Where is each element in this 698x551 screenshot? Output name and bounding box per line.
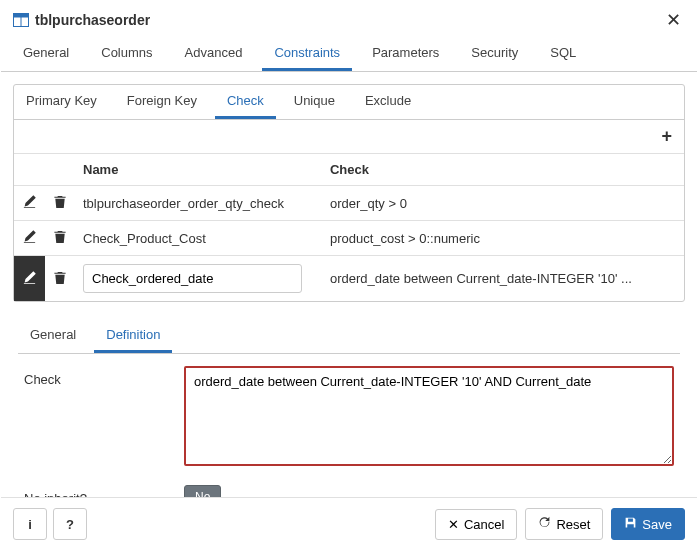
info-icon: i — [28, 517, 32, 532]
check-label: Check — [24, 366, 184, 387]
subtab-exclude[interactable]: Exclude — [353, 85, 423, 119]
main-tabs: General Columns Advanced Constraints Par… — [1, 37, 697, 72]
grid-toolbar: + — [14, 120, 684, 153]
save-icon — [624, 516, 637, 532]
edit-icon[interactable] — [22, 232, 37, 247]
constraint-subtabs: Primary Key Foreign Key Check Unique Exc… — [14, 85, 684, 120]
detail-panel: General Definition Check No inherit? No — [13, 318, 685, 497]
info-button[interactable]: i — [13, 508, 47, 540]
trash-icon[interactable] — [53, 232, 67, 247]
no-inherit-label: No inherit? — [24, 485, 184, 497]
svg-rect-3 — [14, 14, 29, 18]
col-name: Name — [75, 154, 322, 186]
table-icon — [13, 13, 29, 27]
add-row-button[interactable]: + — [657, 126, 676, 147]
edit-icon[interactable] — [22, 197, 37, 212]
tab-general[interactable]: General — [11, 37, 81, 71]
edit-icon[interactable] — [22, 273, 37, 288]
titlebar: tblpurchaseorder ✕ — [1, 1, 697, 37]
close-icon: ✕ — [448, 517, 459, 532]
no-inherit-toggle[interactable]: No — [184, 485, 221, 497]
cell-check: orderd_date between Current_date-INTEGER… — [322, 256, 684, 302]
detail-tab-definition[interactable]: Definition — [94, 319, 172, 353]
check-expression-input[interactable] — [184, 366, 674, 466]
reset-icon — [538, 516, 551, 532]
cell-name: Check_Product_Cost — [75, 221, 322, 256]
help-icon: ? — [66, 517, 74, 532]
tab-constraints[interactable]: Constraints — [262, 37, 352, 71]
tab-sql[interactable]: SQL — [538, 37, 588, 71]
dialog-title: tblpurchaseorder — [35, 12, 662, 28]
trash-icon[interactable] — [53, 273, 67, 288]
reset-label: Reset — [556, 517, 590, 532]
help-button[interactable]: ? — [53, 508, 87, 540]
content: Primary Key Foreign Key Check Unique Exc… — [1, 72, 697, 497]
subtab-primary-key[interactable]: Primary Key — [14, 85, 109, 119]
detail-tab-general[interactable]: General — [18, 319, 88, 353]
tab-advanced[interactable]: Advanced — [173, 37, 255, 71]
subtab-unique[interactable]: Unique — [282, 85, 347, 119]
subtab-check[interactable]: Check — [215, 85, 276, 119]
col-check: Check — [322, 154, 684, 186]
table-row: orderd_date between Current_date-INTEGER… — [14, 256, 684, 302]
cell-check: order_qty > 0 — [322, 186, 684, 221]
tab-columns[interactable]: Columns — [89, 37, 164, 71]
tab-parameters[interactable]: Parameters — [360, 37, 451, 71]
cell-name: tblpurchaseorder_order_qty_check — [75, 186, 322, 221]
subtab-foreign-key[interactable]: Foreign Key — [115, 85, 209, 119]
save-button[interactable]: Save — [611, 508, 685, 540]
reset-button[interactable]: Reset — [525, 508, 603, 540]
trash-icon[interactable] — [53, 197, 67, 212]
tab-security[interactable]: Security — [459, 37, 530, 71]
table-row: Check_Product_Cost product_cost > 0::num… — [14, 221, 684, 256]
definition-form: Check No inherit? No — [18, 354, 680, 497]
cell-check: product_cost > 0::numeric — [322, 221, 684, 256]
constraints-panel: Primary Key Foreign Key Check Unique Exc… — [13, 84, 685, 302]
cancel-label: Cancel — [464, 517, 504, 532]
cell-name — [75, 256, 322, 302]
dialog: tblpurchaseorder ✕ General Columns Advan… — [0, 0, 698, 551]
table-row: tblpurchaseorder_order_qty_check order_q… — [14, 186, 684, 221]
cancel-button[interactable]: ✕ Cancel — [435, 509, 517, 540]
footer: i ? ✕ Cancel Reset Save — [1, 497, 697, 550]
name-input[interactable] — [83, 264, 302, 293]
detail-tabs: General Definition — [18, 319, 680, 354]
constraints-grid: Name Check tblpurchaseorder_order_qty_ch… — [14, 153, 684, 301]
save-label: Save — [642, 517, 672, 532]
close-icon[interactable]: ✕ — [662, 9, 685, 31]
